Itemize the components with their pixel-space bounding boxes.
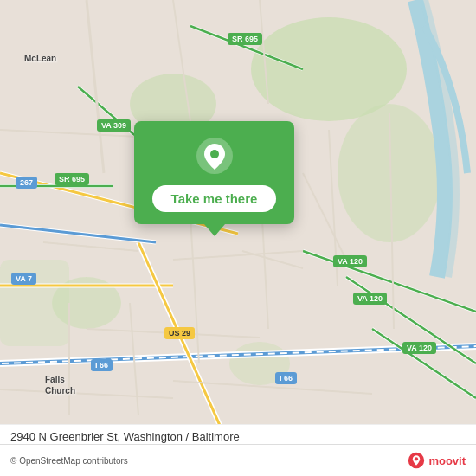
address-text: 2940 N Greenbrier St, Washington / Balti… (10, 430, 240, 443)
svg-line-26 (372, 329, 476, 398)
svg-line-41 (190, 216, 199, 363)
bottom-bar: © OpenStreetMap contributors moovit (0, 444, 476, 476)
svg-line-22 (303, 251, 476, 312)
svg-line-29 (0, 225, 156, 242)
svg-point-48 (210, 150, 219, 158)
svg-line-30 (87, 0, 104, 173)
svg-line-45 (0, 389, 173, 398)
label-va309: VA 309 (97, 119, 131, 132)
svg-line-27 (372, 329, 476, 398)
popup-card: Take me there (134, 121, 294, 224)
label-va120-bottom: VA 120 (402, 342, 436, 354)
label-va7: VA 7 (11, 273, 36, 285)
label-va120-middle: VA 120 (353, 293, 387, 305)
svg-point-1 (251, 17, 407, 121)
location-pin-icon (196, 137, 234, 175)
label-us29: US 29 (164, 327, 195, 339)
map-attribution: © OpenStreetMap contributors (10, 456, 128, 466)
svg-line-44 (389, 113, 394, 329)
svg-point-3 (338, 104, 441, 242)
map-container: SR 695 VA 309 SR 695 267 VA 7 US 29 I 66… (0, 0, 476, 476)
svg-line-37 (303, 173, 346, 260)
svg-line-35 (173, 251, 303, 260)
svg-line-40 (130, 303, 138, 415)
label-i66-right: I 66 (275, 372, 297, 384)
moovit-logo: moovit (408, 452, 466, 469)
label-sr695-top: SR 695 (228, 33, 262, 45)
moovit-icon (408, 452, 425, 469)
svg-line-23 (303, 251, 476, 312)
svg-line-32 (260, 0, 268, 104)
svg-line-31 (173, 0, 190, 121)
label-va120-right: VA 120 (333, 255, 367, 267)
label-267: 267 (16, 177, 37, 189)
svg-point-50 (415, 457, 418, 460)
label-i66-left: I 66 (91, 359, 113, 371)
take-me-there-button[interactable]: Take me there (152, 185, 277, 212)
label-mclean: McLean (24, 54, 56, 63)
label-sr695-left: SR 695 (55, 173, 89, 185)
label-falls-church: FallsChurch (45, 374, 75, 396)
svg-line-28 (0, 225, 156, 242)
svg-point-4 (52, 277, 121, 329)
svg-line-34 (43, 242, 138, 251)
moovit-text: moovit (428, 454, 466, 467)
svg-line-36 (242, 251, 303, 268)
svg-line-46 (173, 381, 372, 394)
svg-rect-0 (0, 0, 476, 476)
